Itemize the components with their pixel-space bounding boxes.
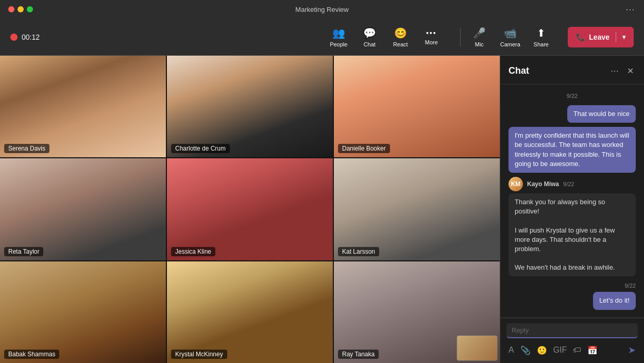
chat-header-actions: ⋯ ✕ — [608, 64, 636, 78]
video-cell-1: Serena Davis — [0, 56, 166, 157]
chat-panel: Chat ⋯ ✕ 9/22 That would be nice I'm pre… — [500, 56, 644, 363]
camera-icon: 📹 — [504, 27, 517, 39]
minimize-button[interactable] — [18, 6, 24, 12]
chat-messages: 9/22 That would be nice I'm pretty confi… — [500, 85, 644, 318]
chat-toolbar: A 📎 🙂 GIF 🏷 📅 ➤ — [506, 342, 638, 358]
video-cell-8: Krystal McKinney — [167, 261, 333, 363]
participant-label-6: Kat Larsson — [338, 247, 379, 256]
mic-icon: 🎤 — [473, 27, 486, 39]
toolbar-divider — [460, 28, 461, 46]
emoji-button[interactable]: 🙂 — [535, 343, 549, 357]
video-grid: Serena Davis Charlotte de Crum Danielle … — [0, 56, 500, 363]
camera-label: Camera — [500, 41, 520, 47]
video-feed-2 — [167, 56, 333, 157]
more-options-icon[interactable]: ⋯ — [625, 4, 636, 15]
chat-more-button[interactable]: ⋯ — [608, 64, 621, 78]
participant-label-1: Serena Davis — [4, 144, 49, 153]
fullscreen-button[interactable] — [27, 6, 33, 12]
msg-paragraph-3: We haven't had a break in awhile. — [515, 263, 630, 272]
video-cell-9: Ray Tanaka — [334, 261, 500, 363]
close-button[interactable] — [8, 6, 14, 12]
participant-label-4: Reta Taylor — [4, 247, 43, 256]
video-feed-3 — [334, 56, 500, 157]
traffic-lights — [8, 6, 33, 12]
chat-label: Chat — [364, 41, 376, 47]
mic-button[interactable]: 🎤 Mic — [465, 23, 494, 52]
camera-button[interactable]: 📹 Camera — [496, 23, 524, 52]
video-cell-2: Charlotte de Crum — [167, 56, 333, 157]
people-label: People — [330, 41, 347, 47]
avatar: KM — [509, 177, 523, 191]
chat-input-area: A 📎 🙂 GIF 🏷 📅 ➤ — [500, 318, 644, 363]
video-feed-7 — [0, 261, 166, 363]
send-button[interactable]: ➤ — [626, 342, 638, 358]
toolbar-right: 🎤 Mic 📹 Camera ⬆ Share 📞 Leave ▾ — [465, 23, 634, 52]
bubble-text: That would be nice — [567, 105, 636, 123]
chat-title: Chat — [509, 65, 529, 76]
participant-label-9: Ray Tanaka — [338, 350, 379, 359]
more-button[interactable]: ••• More — [417, 23, 446, 52]
people-button[interactable]: 👥 People — [324, 23, 353, 52]
chat-input[interactable] — [512, 326, 633, 334]
participant-label-5: Jessica Kline — [171, 247, 215, 256]
people-icon: 👥 — [332, 27, 345, 39]
video-feed-1 — [0, 56, 166, 157]
leave-divider — [616, 32, 616, 42]
chat-header: Chat ⋯ ✕ — [500, 56, 644, 85]
phone-icon: 📞 — [576, 33, 585, 41]
bubble-text: Thank you for always being so positive! … — [509, 193, 636, 277]
bubble-text: I'm pretty confident that this launch wi… — [509, 127, 636, 173]
more-label: More — [425, 39, 438, 45]
video-cell-3: Danielle Booker — [334, 56, 500, 157]
chat-message-own-1: That would be nice — [509, 105, 636, 123]
chat-date-2: 9/22 — [625, 283, 636, 289]
share-icon: ⬆ — [537, 27, 546, 39]
sender-name: Kayo Miwa — [527, 180, 559, 188]
video-cell-7: Babak Shammas — [0, 261, 166, 363]
toolbar: 00:12 👥 People 💬 Chat 😊 React ••• More 🎤… — [0, 19, 644, 56]
bubble-text: Let's do it! — [593, 292, 636, 309]
video-feed-8 — [167, 261, 333, 363]
react-button[interactable]: 😊 React — [386, 23, 415, 52]
chat-date-1: 9/22 — [509, 93, 636, 99]
meeting-button[interactable]: 📅 — [585, 343, 600, 357]
chat-close-button[interactable]: ✕ — [625, 64, 636, 78]
leave-chevron-icon[interactable]: ▾ — [622, 34, 625, 41]
sticker-button[interactable]: 🏷 — [571, 343, 583, 357]
format-button[interactable]: A — [506, 343, 516, 357]
sender-row: KM Kayo Miwa 9/22 — [509, 177, 574, 191]
recording-indicator: 00:12 — [10, 33, 40, 41]
participant-label-7: Babak Shammas — [4, 350, 59, 359]
recording-dot — [10, 34, 18, 41]
self-preview — [456, 335, 498, 361]
attach-button[interactable]: 📎 — [518, 343, 533, 357]
sender-time: 9/22 — [563, 181, 574, 187]
toolbar-controls: 👥 People 💬 Chat 😊 React ••• More — [324, 23, 446, 52]
chat-message-own-2: I'm pretty confident that this launch wi… — [509, 127, 636, 173]
chat-message-other-1: KM Kayo Miwa 9/22 Thank you for always b… — [509, 177, 636, 277]
react-label: React — [393, 41, 408, 47]
chat-message-own-3: 9/22 Let's do it! — [509, 280, 636, 309]
react-icon: 😊 — [394, 27, 407, 39]
participant-label-8: Krystal McKinney — [171, 350, 227, 359]
gif-button[interactable]: GIF — [551, 343, 569, 357]
video-feed-6 — [334, 158, 500, 260]
video-feed-4 — [0, 158, 166, 260]
leave-button[interactable]: 📞 Leave ▾ — [568, 27, 634, 47]
participant-label-3: Danielle Booker — [338, 144, 390, 153]
more-icon: ••• — [426, 29, 437, 37]
share-button[interactable]: ⬆ Share — [527, 23, 555, 52]
msg-paragraph-1: Thank you for always being so positive! — [515, 197, 630, 216]
title-bar: Marketing Review ⋯ — [0, 0, 644, 19]
video-cell-4: Reta Taylor — [0, 158, 166, 260]
leave-label: Leave — [589, 33, 609, 41]
share-label: Share — [534, 41, 549, 47]
chat-input-row — [506, 323, 638, 338]
chat-icon: 💬 — [363, 27, 376, 39]
video-cell-6: Kat Larsson — [334, 158, 500, 260]
recording-timer: 00:12 — [22, 33, 40, 41]
chat-button[interactable]: 💬 Chat — [355, 23, 384, 52]
msg-paragraph-2: I will push Krystal to give us a few mor… — [515, 226, 630, 254]
participant-label-2: Charlotte de Crum — [171, 144, 230, 153]
video-feed-5 — [167, 158, 333, 260]
